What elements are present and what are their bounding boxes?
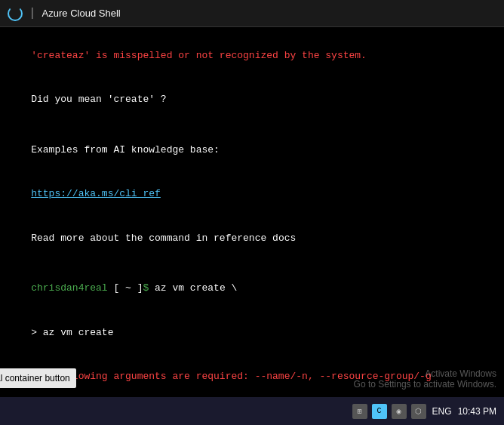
terminal[interactable]: 'createaz' is misspelled or not recogniz…: [0, 27, 504, 397]
cmd-line: > az vm create: [8, 310, 496, 355]
taskbar: ⊞ C ◉ ⬡ ENG 10:43 PM: [0, 397, 504, 425]
taskbar-right: ENG 10:43 PM: [432, 406, 496, 417]
taskbar-time: 10:43 PM: [458, 406, 496, 417]
taskbar-app-icon-3[interactable]: ◉: [392, 404, 407, 419]
taskbar-icons: ⊞ C ◉ ⬡: [352, 404, 426, 419]
taskbar-app-icon-1[interactable]: ⊞: [352, 404, 367, 419]
taskbar-app-icon-2[interactable]: C: [372, 404, 387, 419]
title-bar: | Azure Cloud Shell: [0, 0, 504, 27]
read-more-1: Read more about the command in reference…: [8, 216, 496, 260]
cli-link-1[interactable]: https://aka.ms/cli_ref: [8, 172, 496, 217]
error-line: 'createaz' is misspelled or not recogniz…: [8, 33, 496, 78]
window-title: Azure Cloud Shell: [42, 8, 121, 19]
did-you-mean-line: Did you mean 'create' ?: [8, 78, 496, 122]
tooltip-box: Terminal container button: [0, 368, 76, 388]
args-error-line: the following arguments are required: --…: [8, 355, 496, 398]
prompt-line-1: chrisdan4real [ ~ ]$ az vm create \: [8, 266, 496, 311]
taskbar-lang: ENG: [432, 406, 452, 417]
taskbar-app-icon-4[interactable]: ⬡: [411, 404, 426, 419]
refresh-icon[interactable]: [8, 6, 23, 21]
examples-label-1: Examples from AI knowledge base:: [8, 128, 496, 172]
